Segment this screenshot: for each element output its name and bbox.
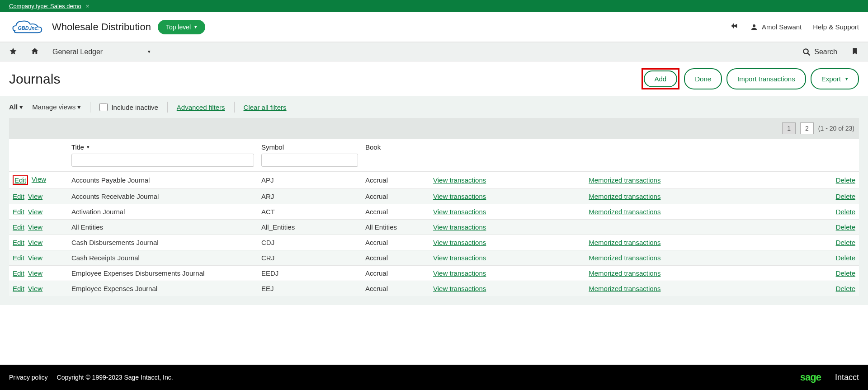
- page-2[interactable]: 2: [800, 122, 814, 134]
- app-title: Wholesale Distribution: [52, 21, 151, 33]
- delete-link[interactable]: Delete: [836, 176, 855, 184]
- export-label: Export: [821, 75, 841, 83]
- cell-title: Employee Expenses Journal: [68, 281, 258, 296]
- cell-book: Accrual: [362, 235, 429, 250]
- page-range: (1 - 20 of 23): [818, 125, 854, 132]
- edit-link[interactable]: Edit: [13, 208, 24, 216]
- clear-filters-link[interactable]: Clear all filters: [244, 103, 287, 111]
- module-label: General Ledger: [52, 48, 103, 56]
- add-highlight: Add: [642, 68, 680, 89]
- table-row: EditViewAccounts Receivable JournalARJAc…: [9, 189, 859, 204]
- done-button[interactable]: Done: [684, 68, 722, 89]
- help-link[interactable]: Help & Support: [813, 23, 859, 31]
- export-button[interactable]: Export ▾: [811, 68, 859, 89]
- table-row: EditViewEmployee Expenses JournalEEJAccr…: [9, 281, 859, 296]
- view-link[interactable]: View: [28, 223, 42, 231]
- module-selector[interactable]: General Ledger ▾: [52, 48, 151, 56]
- delete-link[interactable]: Delete: [836, 285, 855, 292]
- include-inactive-checkbox[interactable]: [99, 103, 108, 111]
- cell-title: Cash Receipts Journal: [68, 250, 258, 266]
- cell-book: Accrual: [362, 250, 429, 266]
- search-label: Search: [814, 48, 837, 56]
- view-transactions-link[interactable]: View transactions: [433, 208, 486, 216]
- view-transactions-link[interactable]: View transactions: [433, 176, 486, 184]
- edit-link[interactable]: Edit: [13, 175, 28, 185]
- search-button[interactable]: Search: [802, 48, 837, 56]
- add-button[interactable]: Add: [644, 70, 678, 87]
- memorized-transactions-link[interactable]: Memorized transactions: [589, 285, 660, 292]
- cell-title: Cash Disbursements Journal: [68, 235, 258, 250]
- edit-link[interactable]: Edit: [13, 269, 24, 277]
- cell-symbol: CDJ: [258, 235, 362, 250]
- view-link[interactable]: View: [32, 175, 46, 185]
- memorized-transactions-link[interactable]: Memorized transactions: [589, 193, 660, 200]
- close-icon[interactable]: ×: [86, 3, 90, 9]
- bookmark-icon[interactable]: [851, 47, 859, 56]
- edit-link[interactable]: Edit: [13, 223, 24, 231]
- favorites-star-icon[interactable]: [9, 47, 17, 56]
- col-symbol[interactable]: Symbol: [258, 139, 362, 172]
- delete-link[interactable]: Delete: [836, 208, 855, 216]
- view-transactions-link[interactable]: View transactions: [433, 254, 486, 262]
- edit-link[interactable]: Edit: [13, 193, 24, 200]
- filter-title-input[interactable]: [71, 154, 254, 167]
- delete-link[interactable]: Delete: [836, 269, 855, 277]
- svg-line-3: [808, 53, 810, 55]
- memorized-transactions-link[interactable]: Memorized transactions: [589, 208, 660, 216]
- edit-link[interactable]: Edit: [13, 285, 24, 292]
- filter-symbol-input[interactable]: [261, 154, 358, 167]
- entity-selector-button[interactable]: Top level ▾: [158, 20, 205, 34]
- view-link[interactable]: View: [28, 269, 42, 277]
- delete-link[interactable]: Delete: [836, 239, 855, 246]
- manage-views[interactable]: Manage views ▾: [32, 103, 81, 111]
- user-menu[interactable]: Amol Sawant: [750, 23, 802, 31]
- view-transactions-link[interactable]: View transactions: [433, 239, 486, 246]
- view-link[interactable]: View: [28, 208, 42, 216]
- home-icon[interactable]: [31, 47, 39, 56]
- memorized-transactions-link[interactable]: Memorized transactions: [589, 176, 660, 184]
- include-inactive-toggle[interactable]: Include inactive: [99, 103, 158, 111]
- cell-book: All Entities: [362, 220, 429, 235]
- user-name: Amol Sawant: [762, 23, 802, 31]
- sort-icon: ▾: [87, 144, 90, 150]
- cell-title: Accounts Receivable Journal: [68, 189, 258, 204]
- col-memtx: [585, 139, 790, 172]
- import-transactions-button[interactable]: Import transactions: [726, 68, 806, 89]
- megaphone-icon[interactable]: [731, 22, 739, 32]
- page-1[interactable]: 1: [782, 122, 796, 134]
- col-book[interactable]: Book: [362, 139, 429, 172]
- view-link[interactable]: View: [28, 239, 42, 246]
- view-link[interactable]: View: [28, 193, 42, 200]
- edit-link[interactable]: Edit: [13, 239, 24, 246]
- entity-label: Top level: [166, 23, 191, 31]
- advanced-filters-link[interactable]: Advanced filters: [177, 103, 225, 111]
- memorized-transactions-link[interactable]: Memorized transactions: [589, 269, 660, 277]
- view-link[interactable]: View: [28, 285, 42, 292]
- svg-point-1: [753, 24, 755, 27]
- cell-symbol: EEDJ: [258, 266, 362, 281]
- memorized-transactions-link[interactable]: Memorized transactions: [589, 254, 660, 262]
- view-link[interactable]: View: [28, 254, 42, 262]
- memorized-transactions-link[interactable]: Memorized transactions: [589, 239, 660, 246]
- cell-title: Accounts Payable Journal: [68, 172, 258, 189]
- view-transactions-link[interactable]: View transactions: [433, 285, 486, 292]
- divider: [167, 102, 168, 113]
- content-area: 1 2 (1 - 20 of 23) Title ▾ Symbol Book: [0, 118, 868, 305]
- edit-link[interactable]: Edit: [13, 254, 24, 262]
- chevron-down-icon: ▾: [194, 24, 197, 30]
- company-type-link[interactable]: Company type: Sales demo: [9, 3, 81, 9]
- delete-link[interactable]: Delete: [836, 193, 855, 200]
- col-title[interactable]: Title ▾: [68, 139, 258, 172]
- cell-symbol: CRJ: [258, 250, 362, 266]
- view-transactions-link[interactable]: View transactions: [433, 193, 486, 200]
- cell-symbol: ARJ: [258, 189, 362, 204]
- view-transactions-link[interactable]: View transactions: [433, 223, 486, 231]
- delete-link[interactable]: Delete: [836, 223, 855, 231]
- view-filter-all[interactable]: All ▾: [9, 103, 23, 111]
- view-transactions-link[interactable]: View transactions: [433, 269, 486, 277]
- table-row: EditViewAll EntitiesAll_EntitiesAll Enti…: [9, 220, 859, 235]
- user-icon: [750, 23, 758, 31]
- cell-title: All Entities: [68, 220, 258, 235]
- cell-book: Accrual: [362, 172, 429, 189]
- delete-link[interactable]: Delete: [836, 254, 855, 262]
